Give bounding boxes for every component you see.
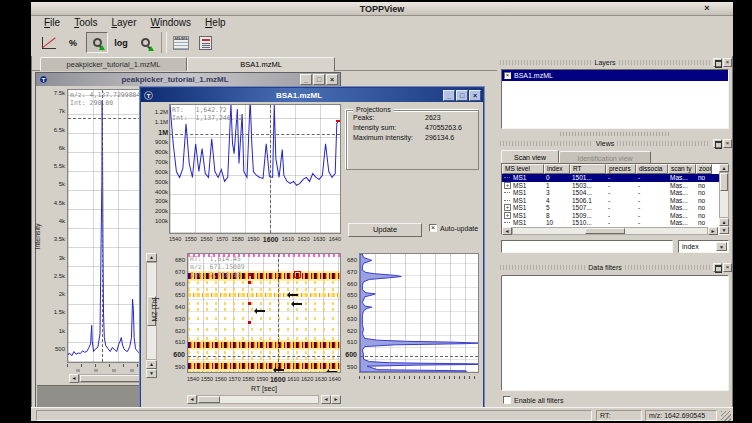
msms-view-button[interactable]: MS/MS — [170, 32, 192, 53]
scrollbar-thumb[interactable] — [585, 228, 625, 234]
scan-search-input[interactable] — [501, 240, 673, 253]
panel-splitter[interactable] — [560, 132, 670, 136]
column-header[interactable]: RT — [570, 164, 606, 174]
chevron-down-icon[interactable] — [716, 242, 727, 251]
window1-titlebar[interactable]: T peakpicker_tutorial_1.mzML — [36, 73, 340, 86]
menu-tools[interactable]: Tools — [67, 16, 104, 29]
scroll-right-icon[interactable] — [331, 395, 341, 404]
table-cell: MS1 — [502, 182, 544, 190]
menu-windows[interactable]: Windows — [144, 16, 199, 29]
tick-label: 7k — [59, 108, 65, 114]
layer-visibility-checkbox[interactable] — [504, 72, 511, 79]
views-panel-titlebar[interactable]: Views — [497, 138, 733, 149]
tab-scan-view[interactable]: Scan view — [501, 150, 559, 163]
table-row[interactable]: MS131504...--Mas...no — [502, 189, 728, 197]
tab-bsa1[interactable]: BSA1.mzML — [187, 57, 335, 72]
layers-list[interactable]: BSA1.mzML — [501, 69, 729, 129]
scroll-up-icon[interactable] — [719, 218, 729, 226]
search-field-combobox[interactable]: index — [678, 240, 729, 253]
crosshair-horizontal — [360, 356, 478, 357]
tick-label: 1640 — [329, 376, 341, 383]
table-row[interactable]: MS151507...--Mas...no — [502, 204, 728, 212]
window2-titlebar[interactable]: T BSA1.mzML — [141, 88, 483, 102]
scroll-right-icon[interactable] — [708, 227, 718, 235]
scrollbar-thumb[interactable] — [80, 375, 140, 382]
menu-file[interactable]: File — [37, 16, 67, 29]
edit-meta-button[interactable] — [194, 32, 216, 53]
tree-expand-icon[interactable] — [504, 182, 511, 189]
close-panel-icon[interactable] — [723, 58, 732, 67]
close-panel-icon[interactable] — [723, 139, 732, 148]
table-cell: 1509... — [570, 212, 606, 220]
close-panel-icon[interactable] — [723, 263, 732, 272]
app-titlebar[interactable]: TOPPView — [31, 2, 733, 16]
scrollbar-thumb[interactable] — [720, 173, 728, 191]
data-filters-list[interactable] — [501, 275, 729, 391]
zoom-1d-button[interactable] — [134, 32, 156, 53]
peak-map-2d[interactable]: RT: 1,614.45 m/z: 671.15089 Int: 2,718.9… — [187, 253, 341, 373]
scan-table[interactable]: MS levelindexRTprecursdissociascan tyzoo… — [501, 163, 729, 235]
zoom-mode-button[interactable] — [86, 32, 108, 53]
scroll-left-icon[interactable] — [69, 374, 79, 383]
rt-projection-plot[interactable]: RT: 1,642.72 Int: 1,137,240.12 — [169, 104, 341, 234]
tick-label: 500k — [155, 179, 168, 185]
tick-label: 1640 — [329, 236, 341, 243]
checkbox-icon[interactable] — [429, 224, 437, 232]
tab-peakpicker-tutorial[interactable]: peakpicker_tutorial_1.mzML — [40, 57, 187, 71]
intensity-log-button[interactable]: log — [110, 32, 132, 53]
table-cell: - — [606, 174, 636, 182]
checkbox-icon[interactable] — [503, 396, 511, 404]
table-row[interactable]: MS1101510...--Mas...no — [502, 219, 728, 227]
column-header[interactable]: precurs — [606, 164, 636, 174]
column-header[interactable]: index — [544, 164, 570, 174]
close-icon[interactable] — [701, 2, 713, 15]
layers-panel-titlebar[interactable]: Layers — [497, 57, 733, 68]
tick-label: 1630 — [313, 236, 325, 243]
close-icon[interactable] — [326, 74, 338, 85]
menu-layer[interactable]: Layer — [104, 16, 143, 29]
tree-expand-icon[interactable] — [504, 204, 511, 211]
scroll-up-icon[interactable] — [146, 253, 157, 262]
maximize-icon[interactable] — [456, 90, 468, 101]
column-header[interactable]: zoom — [696, 164, 712, 174]
menu-help[interactable]: Help — [198, 16, 233, 29]
maximize-icon[interactable] — [313, 74, 325, 85]
table-row[interactable]: MS181509...--Mas...no — [502, 212, 728, 220]
column-header[interactable]: dissocia — [636, 164, 668, 174]
table-row[interactable]: MS101501...--Mas...no — [502, 174, 728, 182]
table-row[interactable]: MS141506.1--Mas...no — [502, 197, 728, 205]
scrollbar-thumb[interactable] — [198, 396, 220, 403]
scroll-left-icon[interactable] — [187, 395, 197, 404]
float-panel-icon[interactable] — [713, 263, 722, 272]
table-row[interactable]: MS111503...--Mas...no — [502, 182, 728, 190]
heatmap-band — [188, 337, 340, 340]
intensity-linear-button[interactable] — [38, 32, 60, 53]
enable-all-filters-checkbox[interactable]: Enable all filters — [503, 396, 563, 404]
resize-grip[interactable] — [721, 411, 731, 421]
scroll-up-icon[interactable] — [719, 164, 729, 172]
update-button[interactable]: Update — [348, 223, 422, 237]
layer-item-bsa1[interactable]: BSA1.mzML — [502, 70, 728, 81]
y-axis-label: Intensity — [34, 223, 41, 249]
scroll-up-icon[interactable] — [146, 360, 157, 369]
float-panel-icon[interactable] — [713, 58, 722, 67]
scroll-left-icon[interactable] — [502, 227, 512, 235]
close-icon[interactable] — [469, 90, 481, 101]
data-filters-panel-titlebar[interactable]: Data filters — [497, 262, 733, 273]
auto-update-checkbox[interactable]: Auto-update — [429, 224, 478, 232]
spectrum-window-bsa1[interactable]: T BSA1.mzML 1.2M1.1M1M900k800k700k600k50… — [140, 87, 484, 413]
float-panel-icon[interactable] — [713, 139, 722, 148]
scroll-left-icon[interactable] — [321, 395, 331, 404]
minimize-icon[interactable] — [443, 90, 455, 101]
tree-expand-icon[interactable] — [504, 212, 511, 219]
mz-projection-plot[interactable] — [359, 253, 479, 373]
column-header[interactable]: scan ty — [668, 164, 696, 174]
column-header[interactable]: MS level — [502, 164, 544, 174]
minimize-icon[interactable] — [300, 74, 312, 85]
red-dot-marker — [248, 273, 251, 276]
scroll-down-icon[interactable] — [719, 226, 729, 234]
scroll-down-icon[interactable] — [146, 369, 157, 378]
tick-label: 670 — [175, 269, 185, 275]
intensity-percentage-button[interactable]: % — [62, 32, 84, 53]
table-cell: MS1 — [502, 219, 544, 227]
